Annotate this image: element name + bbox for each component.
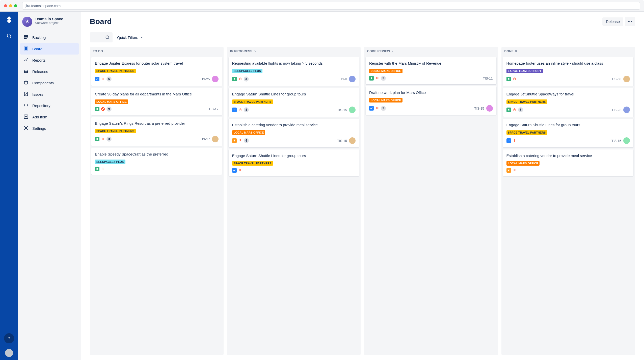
epic-badge[interactable]: SPACE TRAVEL PARTNERS (95, 69, 136, 73)
epic-badge[interactable]: SPACE TRAVEL PARTNERS (232, 161, 273, 166)
story-icon (95, 137, 99, 141)
spike-icon (506, 168, 511, 173)
column-to-do: TO DO 5 Engage Jupiter Express for outer… (90, 47, 224, 355)
sidebar-item-reports[interactable]: Reports (20, 55, 79, 66)
create-icon[interactable] (4, 44, 14, 54)
url-bar[interactable]: jira.teamsinspace.com (22, 2, 640, 10)
issue-title: Homepage footer uses an inline style - s… (506, 61, 630, 66)
issue-card[interactable]: Enable Speedy SpaceCraft as the preferre… (91, 148, 222, 175)
minimize-window-icon[interactable] (9, 4, 12, 7)
assignee-avatar[interactable] (349, 137, 356, 144)
column-code-review: CODE REVIEW 2 Register with the Mars Min… (364, 47, 498, 355)
help-icon[interactable]: ? (4, 333, 14, 343)
sidebar-item-settings[interactable]: Settings (20, 123, 79, 134)
column-body[interactable]: Requesting available flights is now taki… (227, 56, 361, 355)
priority-highest-icon (238, 108, 242, 112)
epic-badge[interactable]: SPACE TRAVEL PARTNERS (232, 99, 273, 104)
column-in-progress: IN PROGRESS 5 Requesting available fligh… (227, 47, 361, 355)
column-body[interactable]: Register with the Mars Ministry of Reven… (364, 56, 498, 355)
epic-badge[interactable]: LOCAL MARS OFFICE (506, 161, 540, 166)
url-text: jira.teamsinspace.com (25, 4, 61, 8)
story-points-badge: 3 (106, 137, 112, 142)
epic-badge[interactable]: LOCAL MARS OFFICE (95, 99, 128, 104)
story-points-badge: 9 (106, 107, 112, 112)
project-sidebar: Teams in Space Software project BacklogB… (18, 12, 81, 360)
jira-logo-icon[interactable] (4, 15, 14, 25)
issue-card[interactable]: Establish a catering vendor to provide m… (503, 149, 634, 176)
column-body[interactable]: Homepage footer uses an inline style - s… (501, 56, 635, 355)
column-count: 8 (515, 49, 517, 53)
settings-icon (23, 125, 29, 132)
search-icon[interactable] (4, 31, 14, 41)
board-search-input[interactable] (90, 32, 113, 42)
sidebar-item-board[interactable]: Board (20, 43, 79, 55)
issue-card[interactable]: Engage Saturn's Rings Resort as a prefer… (91, 117, 222, 146)
close-window-icon[interactable] (4, 4, 7, 7)
svg-point-11 (25, 127, 27, 129)
epic-badge[interactable]: SPACE TRAVEL PARTNERS (506, 99, 547, 104)
story-icon (95, 107, 99, 111)
more-actions-button[interactable] (625, 17, 635, 26)
epic-badge[interactable]: SEESPACEEZ PLUS (232, 69, 263, 73)
column-body[interactable]: Engage Jupiter Express for outer solar s… (90, 56, 224, 355)
issue-card[interactable]: Engage Jupiter Express for outer solar s… (91, 57, 222, 86)
issue-card[interactable]: Establish a catering vendor to provide m… (229, 119, 359, 147)
epic-badge[interactable]: LOCAL MARS OFFICE (369, 69, 402, 73)
sidebar-item-label: Backlog (32, 35, 46, 40)
issue-card[interactable]: Engage Saturn Shuttle Lines for group to… (229, 88, 359, 117)
sidebar-item-label: Repository (32, 104, 50, 108)
issue-card[interactable]: Create 90 day plans for all departments … (91, 88, 222, 115)
sidebar-item-issues[interactable]: Issues (20, 89, 79, 100)
sidebar-item-label: Issues (32, 92, 43, 96)
epic-badge[interactable]: LARGE TEAM SUPPORT (506, 69, 543, 73)
assignee-avatar[interactable] (623, 76, 630, 82)
epic-badge[interactable]: SEESPACEEZ PLUS (95, 160, 125, 164)
assignee-avatar[interactable] (486, 105, 493, 112)
browser-chrome: jira.teamsinspace.com (0, 0, 644, 12)
epic-badge[interactable]: SPACE TRAVEL PARTNERS (95, 129, 136, 133)
quick-filters-dropdown[interactable]: Quick Filters (117, 35, 144, 40)
sidebar-item-label: Components (32, 81, 54, 85)
issue-title: Enable Speedy SpaceCraft as the preferre… (95, 151, 219, 157)
epic-badge[interactable]: SPACE TRAVEL PARTNERS (506, 130, 547, 135)
issue-key: TIS-8 (339, 77, 347, 81)
issue-key: TIS-11 (483, 76, 493, 80)
column-count: 2 (392, 49, 393, 53)
sidebar-item-label: Releases (32, 69, 48, 74)
epic-badge[interactable]: LOCAL MARS OFFICE (369, 98, 402, 102)
epic-badge[interactable]: LOCAL MARS OFFICE (232, 130, 265, 135)
svg-point-12 (628, 21, 629, 22)
assignee-avatar[interactable] (349, 107, 356, 113)
sidebar-item-add[interactable]: Add item (20, 111, 79, 123)
assignee-avatar[interactable] (349, 76, 356, 82)
issue-card[interactable]: Requesting available flights is now taki… (229, 57, 359, 86)
issue-card[interactable]: Engage JetShuttle SpaceWays for travel S… (503, 88, 634, 117)
sidebar-item-backlog[interactable]: Backlog (20, 32, 79, 43)
issue-card[interactable]: Engage Saturn Shuttle Lines for group to… (229, 149, 359, 176)
priority-highest-icon (513, 108, 517, 112)
issue-key: TIS-15 (337, 108, 347, 112)
assignee-avatar[interactable] (212, 76, 219, 82)
story-icon (232, 77, 237, 81)
priority-highest-icon (238, 77, 242, 81)
issue-title: Engage Saturn Shuttle Lines for group to… (506, 122, 630, 127)
issue-title: Establish a catering vendor to provide m… (232, 122, 356, 127)
assignee-avatar[interactable] (623, 107, 630, 113)
issue-title: Engage Saturn Shuttle Lines for group to… (232, 91, 356, 97)
profile-avatar[interactable] (5, 349, 13, 357)
issue-card[interactable]: Draft network plan for Mars Office LOCAL… (366, 86, 496, 115)
column-count: 5 (104, 49, 106, 53)
issue-card[interactable]: Homepage footer uses an inline style - s… (503, 57, 634, 86)
release-button[interactable]: Release (602, 17, 623, 26)
issue-card[interactable]: Register with the Mars Ministry of Reven… (366, 57, 496, 84)
issue-key: TIS-15 (337, 139, 347, 143)
maximize-window-icon[interactable] (14, 4, 17, 7)
sidebar-item-releases[interactable]: Releases (20, 66, 79, 77)
svg-point-15 (106, 36, 109, 39)
priority-highest-icon (101, 77, 105, 81)
assignee-avatar[interactable] (623, 137, 630, 144)
issue-card[interactable]: Engage Saturn Shuttle Lines for group to… (503, 119, 634, 147)
sidebar-item-components[interactable]: Components (20, 77, 79, 89)
assignee-avatar[interactable] (212, 136, 219, 142)
sidebar-item-repo[interactable]: Repository (20, 100, 79, 111)
